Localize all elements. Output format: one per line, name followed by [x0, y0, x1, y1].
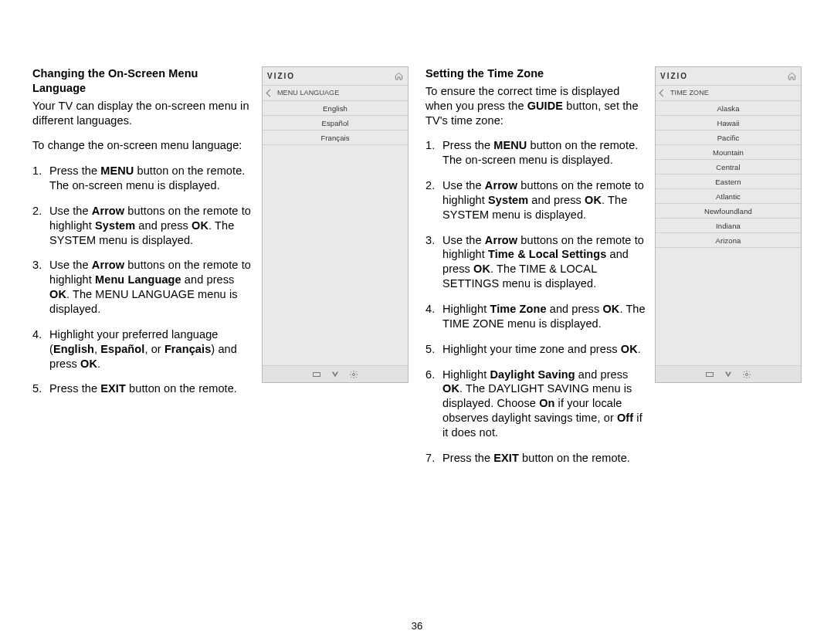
back-icon	[659, 90, 667, 97]
right-text: Setting the Time Zone To ensure the corr…	[425, 66, 646, 476]
left-text: Changing the On-Screen Menu Language You…	[32, 66, 253, 476]
osd-row: Alaska	[656, 101, 801, 116]
page-number: 36	[412, 620, 423, 633]
right-intro1: To ensure the correct time is displayed …	[425, 84, 646, 128]
osd-row: Eastern	[656, 175, 801, 189]
left-step-4: Highlight your preferred language (Engli…	[32, 327, 253, 371]
osd-row: Newfoundland	[656, 204, 801, 219]
osd-row: Mountain	[656, 145, 801, 160]
osd-header: VIZIO	[263, 67, 408, 86]
home-icon	[395, 72, 403, 80]
osd-row: Español	[263, 116, 408, 130]
left-step-1: Press the MENU button on the remote. The…	[32, 164, 253, 193]
osd-row: Atlantic	[656, 189, 801, 204]
osd-header: VIZIO	[656, 67, 801, 86]
left-steps: Press the MENU button on the remote. The…	[32, 164, 253, 396]
osd-row: Français	[263, 130, 408, 145]
svg-point-3	[746, 373, 748, 375]
wide-icon	[705, 370, 714, 379]
right-heading: Setting the Time Zone	[425, 66, 646, 81]
gear-icon	[349, 370, 358, 379]
svg-point-1	[353, 373, 355, 375]
osd-row: English	[263, 101, 408, 116]
v-icon	[724, 370, 733, 379]
osd-brand: VIZIO	[660, 71, 688, 81]
osd-brand: VIZIO	[267, 71, 295, 81]
osd-footer	[656, 365, 801, 382]
right-step-2: Use the Arrow buttons on the remote to h…	[425, 178, 646, 222]
osd-row: Hawaii	[656, 116, 801, 130]
osd-title-bar: MENU LANGUAGE	[263, 86, 408, 101]
right-step-1: Press the MENU button on the remote. The…	[425, 138, 646, 168]
wide-icon	[312, 370, 321, 379]
page-body: Changing the On-Screen Menu Language You…	[32, 66, 802, 476]
right-osd-wrapper: VIZIO TIME ZONE Alaska Hawaii Pacific Mo…	[655, 66, 802, 476]
gear-icon	[742, 370, 751, 379]
osd-fill	[263, 145, 408, 365]
left-step-5: Press the EXIT button on the remote.	[32, 381, 253, 396]
osd-title: TIME ZONE	[670, 89, 709, 98]
back-icon	[266, 90, 274, 97]
right-step-4: Highlight Time Zone and press OK. The TI…	[425, 302, 646, 331]
osd-row: Pacific	[656, 130, 801, 145]
left-step-2: Use the Arrow buttons on the remote to h…	[32, 204, 253, 248]
left-intro2: To change the on-screen menu language:	[32, 138, 253, 153]
osd-row: Arizona	[656, 233, 801, 248]
left-heading: Changing the On-Screen Menu Language	[32, 66, 253, 96]
svg-rect-2	[707, 372, 714, 376]
left-column: Changing the On-Screen Menu Language You…	[32, 66, 409, 476]
osd-menu-language: VIZIO MENU LANGUAGE English Español Fran…	[262, 66, 409, 383]
osd-title: MENU LANGUAGE	[277, 89, 339, 98]
osd-title-bar: TIME ZONE	[656, 86, 801, 101]
left-osd-wrapper: VIZIO MENU LANGUAGE English Español Fran…	[262, 66, 409, 476]
right-step-6: Highlight Daylight Saving and press OK. …	[425, 368, 646, 440]
osd-rows: Alaska Hawaii Pacific Mountain Central E…	[656, 101, 801, 248]
v-icon	[331, 370, 340, 379]
osd-footer	[263, 365, 408, 382]
left-intro1: Your TV can display the on-screen menu i…	[32, 99, 253, 128]
osd-fill	[656, 248, 801, 365]
right-step-5: Highlight your time zone and press OK.	[425, 342, 646, 357]
home-icon	[788, 72, 796, 80]
right-step-3: Use the Arrow buttons on the remote to h…	[425, 233, 646, 291]
osd-time-zone: VIZIO TIME ZONE Alaska Hawaii Pacific Mo…	[655, 66, 802, 383]
right-step-7: Press the EXIT button on the remote.	[425, 451, 646, 466]
right-column: Setting the Time Zone To ensure the corr…	[425, 66, 802, 476]
osd-row: Indiana	[656, 219, 801, 233]
osd-rows: English Español Français	[263, 101, 408, 145]
left-step-3: Use the Arrow buttons on the remote to h…	[32, 258, 253, 316]
svg-rect-0	[314, 372, 320, 376]
right-steps: Press the MENU button on the remote. The…	[425, 138, 646, 465]
osd-row: Central	[656, 160, 801, 175]
